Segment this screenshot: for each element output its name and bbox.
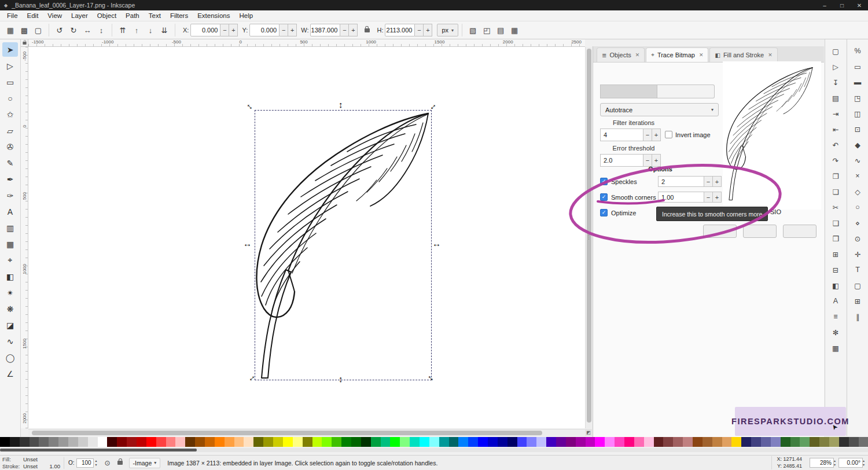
layer-lock-icon[interactable] <box>114 461 127 465</box>
selector-tool[interactable]: ➤ <box>2 42 18 57</box>
select-all-layers-icon[interactable]: ▩ <box>17 23 31 37</box>
palette-swatch[interactable] <box>107 437 117 447</box>
apply-button[interactable] <box>783 225 816 238</box>
palette-swatch[interactable] <box>800 437 810 447</box>
x-input[interactable]: 0.000 <box>190 24 220 36</box>
print-icon[interactable]: ▤ <box>829 91 843 104</box>
palette-swatch[interactable] <box>341 437 351 447</box>
paste-icon[interactable]: ❏ <box>829 185 843 198</box>
single-scan-button[interactable] <box>600 85 657 98</box>
palette-swatch[interactable] <box>839 437 849 447</box>
tab-trace-bitmap[interactable]: ⌖ Trace Bitmap ✕ <box>646 47 708 62</box>
close-tab-icon[interactable]: ✕ <box>635 52 640 58</box>
palette-swatch[interactable] <box>20 437 30 447</box>
invert-image-checkbox[interactable]: Invert image <box>665 131 711 138</box>
palette-swatch[interactable] <box>722 437 732 447</box>
snap-bbox-centers-icon[interactable]: ⊡ <box>851 123 865 135</box>
snap-cusp-nodes-icon[interactable]: ◇ <box>851 185 865 198</box>
palette-swatch[interactable] <box>566 437 576 447</box>
ellipse-tool[interactable]: ○ <box>2 91 18 105</box>
height-increment-button[interactable]: + <box>424 24 432 36</box>
palette-swatch[interactable] <box>527 437 536 447</box>
palette-swatch[interactable] <box>849 437 859 447</box>
filter-iterations-input[interactable]: 4 <box>600 128 643 141</box>
palette-swatch[interactable] <box>205 437 215 447</box>
rectangle-tool[interactable]: ▭ <box>2 75 18 89</box>
palette-swatch[interactable] <box>156 437 166 447</box>
palette-swatch[interactable] <box>586 437 595 447</box>
snap-text-baseline-icon[interactable]: T <box>851 263 865 276</box>
palette-swatch[interactable] <box>673 437 683 447</box>
palette-swatch[interactable] <box>449 437 459 447</box>
zoom-tool[interactable]: ◯ <box>2 350 18 365</box>
palette-swatch[interactable] <box>615 437 624 447</box>
menu-item[interactable]: View <box>43 11 67 20</box>
group-icon[interactable]: ⊞ <box>829 248 843 260</box>
snap-path-intersections-icon[interactable]: × <box>851 170 865 182</box>
palette-swatch[interactable] <box>478 437 488 447</box>
snap-bbox-corners-icon[interactable]: ◳ <box>851 91 865 104</box>
palette-swatch[interactable] <box>781 437 790 447</box>
palette-swatch[interactable] <box>761 437 771 447</box>
opacity-spinner[interactable]: ▴▾ <box>95 459 97 467</box>
palette-swatch[interactable] <box>400 437 410 447</box>
flip-vertical-icon[interactable]: ↕ <box>94 23 108 37</box>
box-3d-tool[interactable]: ▱ <box>2 123 18 138</box>
menu-item[interactable]: Text <box>144 11 165 20</box>
palette-swatch[interactable] <box>137 437 146 447</box>
preferences-icon[interactable]: ✻ <box>829 326 843 339</box>
palette-swatch[interactable] <box>361 437 371 447</box>
selection-rectangle[interactable] <box>255 110 432 380</box>
snap-object-centers-icon[interactable]: ⊙ <box>851 232 865 245</box>
palette-swatch[interactable] <box>420 437 429 447</box>
y-increment-button[interactable]: + <box>288 24 297 36</box>
increment-button[interactable]: + <box>713 176 722 187</box>
palette-scrollbar-thumb[interactable] <box>0 449 197 451</box>
palette-swatch[interactable] <box>88 437 98 447</box>
calligraphy-tool[interactable]: ✑ <box>2 188 18 203</box>
palette-swatch[interactable] <box>30 437 39 447</box>
x-increment-button[interactable]: + <box>229 24 238 36</box>
palette-swatch[interactable] <box>273 437 283 447</box>
palette-swatch[interactable] <box>624 437 634 447</box>
width-decrement-button[interactable]: − <box>340 24 349 36</box>
rotate-ccw-icon[interactable]: ↺ <box>53 23 67 37</box>
palette-swatch[interactable] <box>332 437 341 447</box>
scale-pattern-toggle[interactable]: ▦ <box>507 23 521 37</box>
palette-swatch[interactable] <box>517 437 527 447</box>
palette-swatch[interactable] <box>595 437 605 447</box>
menu-item[interactable]: Extensions <box>193 11 234 20</box>
gradient-tool[interactable]: ▥ <box>2 221 18 235</box>
palette-swatch[interactable] <box>458 437 468 447</box>
palette-swatch[interactable] <box>283 437 293 447</box>
palette-swatch[interactable] <box>693 437 703 447</box>
multiple-scans-button[interactable] <box>657 85 715 98</box>
palette-swatch[interactable] <box>810 437 819 447</box>
palette-swatch[interactable] <box>751 437 761 447</box>
option-checkbox[interactable]: ✓ <box>600 209 608 216</box>
menu-item[interactable]: Path <box>121 11 144 20</box>
color-managed-view-toggle[interactable]: ◩ <box>585 429 592 436</box>
selection-handle-right[interactable]: ↔ <box>432 239 441 248</box>
option-value-input[interactable]: 1.00 <box>658 192 704 203</box>
palette-swatch[interactable] <box>371 437 381 447</box>
maximize-button[interactable]: □ <box>833 0 851 10</box>
palette-swatch[interactable] <box>741 437 751 447</box>
import-icon[interactable]: ⇥ <box>829 107 843 120</box>
palette-swatch[interactable] <box>303 437 312 447</box>
ungroup-icon[interactable]: ⊟ <box>829 263 843 276</box>
palette-swatch[interactable] <box>49 437 58 447</box>
palette-swatch[interactable] <box>175 437 185 447</box>
x-decrement-button[interactable]: − <box>220 24 229 36</box>
palette-swatch[interactable] <box>410 437 420 447</box>
rotation-field[interactable]: 0.00° <box>838 458 863 468</box>
rotation-spinner[interactable]: ▴▾ <box>863 459 865 467</box>
revert-button[interactable] <box>703 225 737 238</box>
palette-swatch[interactable] <box>546 437 556 447</box>
increment-button[interactable]: + <box>652 128 661 141</box>
palette-swatch[interactable] <box>576 437 586 447</box>
palette-swatch[interactable] <box>117 437 127 447</box>
scale-stroke-toggle[interactable]: ▧ <box>466 23 480 37</box>
palette-swatch[interactable] <box>10 437 20 447</box>
option-value-input[interactable]: 2 <box>658 176 704 187</box>
